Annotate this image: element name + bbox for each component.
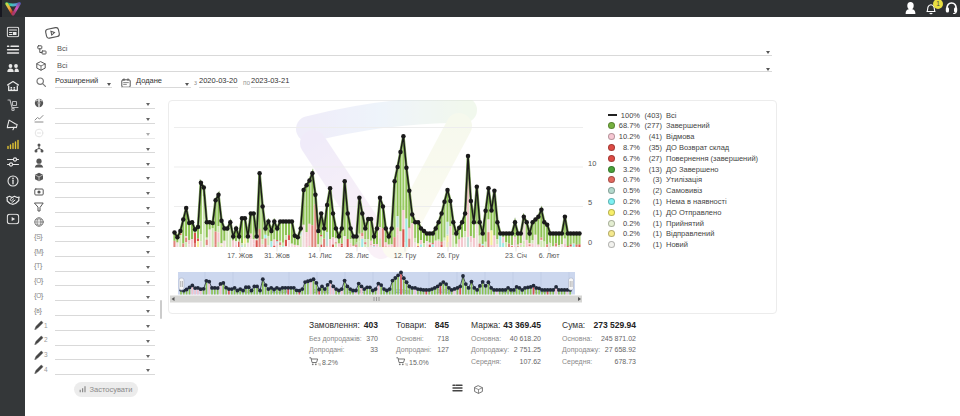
svg-text:28. Лис: 28. Лис: [345, 252, 369, 259]
svg-text:26. Гру: 26. Гру: [437, 252, 460, 260]
svg-text:%: %: [405, 362, 408, 367]
svg-text:17. Жов: 17. Жов: [227, 252, 253, 259]
svg-text:12. Гру: 12. Гру: [395, 289, 410, 294]
svg-text:14. Лис: 14. Лис: [308, 252, 332, 259]
svg-text:23. Січ: 23. Січ: [505, 252, 527, 259]
svg-text:6. Лют: 6. Лют: [539, 252, 560, 259]
svg-text:12. Гру: 12. Гру: [394, 252, 417, 260]
svg-text:%: %: [318, 362, 321, 367]
svg-text:31. Жов: 31. Жов: [264, 252, 290, 259]
